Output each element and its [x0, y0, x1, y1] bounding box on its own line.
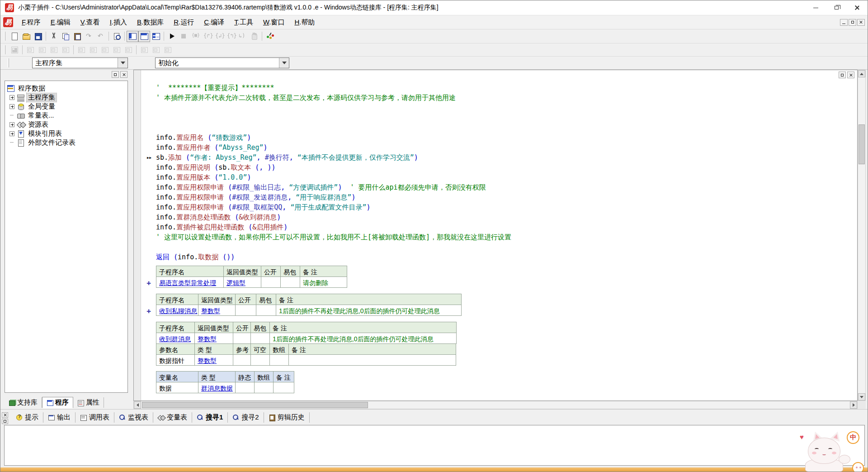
output-tab-7[interactable]: 剪辑历史 — [264, 412, 310, 423]
code-line-text: info.置应用版本 (“1.0.0”) — [156, 172, 251, 182]
new-button[interactable] — [9, 31, 20, 42]
find-button[interactable] — [111, 31, 123, 42]
workspace-tab-1[interactable]: 程序 — [42, 397, 73, 408]
al4-button — [60, 44, 71, 56]
code-segment: #权限_输出日志 — [232, 183, 281, 191]
vertical-scroll-thumb[interactable] — [859, 124, 865, 164]
table-header-cell: 子程序名 — [156, 322, 195, 333]
table-cell[interactable]: 整数型 — [194, 354, 233, 366]
mdi-minimize-button[interactable] — [840, 19, 848, 26]
output-tab-2[interactable]: 调用表 — [75, 412, 114, 423]
chevron-down-icon[interactable] — [118, 58, 127, 68]
minimize-button[interactable] — [805, 0, 826, 15]
scroll-left-button[interactable] — [134, 401, 141, 409]
run-button[interactable] — [166, 31, 178, 42]
layout1-button[interactable] — [127, 31, 138, 42]
line-margin — [142, 162, 156, 172]
restore-button[interactable] — [826, 0, 847, 15]
scroll-up-button[interactable] — [858, 70, 865, 77]
tree-item-1[interactable]: 全局变量 — [7, 102, 126, 111]
output-tab-1[interactable]: 输出 — [43, 412, 75, 423]
paste-button[interactable] — [71, 31, 83, 42]
workspace-tab-0[interactable]: 支持库 — [5, 397, 42, 408]
assembly-combobox[interactable]: 主程序集 — [32, 57, 128, 68]
panel-splitter[interactable] — [129, 70, 133, 409]
method-combobox[interactable]: 初始化 — [155, 57, 289, 68]
tree-item-2[interactable]: 常量表... — [7, 111, 126, 120]
tree-root-item[interactable]: 程序数据 — [7, 84, 126, 93]
copy-button[interactable] — [60, 31, 71, 42]
output-panel: 提示输出调用表监视表变量表搜寻1搜寻2剪辑历史 — [0, 409, 868, 467]
code-segment: “用于生成配置文件目录” — [290, 203, 366, 211]
output-tab-3[interactable]: 监视表 — [114, 412, 153, 423]
cut-button[interactable] — [48, 31, 60, 42]
search-results-area[interactable] — [4, 425, 865, 466]
tree-item-5[interactable]: 外部文件记录表 — [7, 138, 126, 147]
fold-plus-icon[interactable]: + — [142, 266, 156, 288]
output-tab-6[interactable]: 搜寻2 — [228, 412, 264, 423]
layout3-button[interactable] — [150, 31, 162, 42]
scroll-right-button[interactable] — [850, 401, 857, 409]
editor-restore-button[interactable] — [839, 72, 846, 78]
menu-item-I[interactable]: I.插入 — [105, 15, 132, 29]
open-button[interactable] — [20, 31, 32, 42]
workspace-tab-2[interactable]: 属性 — [73, 397, 104, 408]
code-line: ▸▸sb.添加 (“作者: Abyss_Reg”, #换行符, “本插件不会提供… — [142, 153, 856, 162]
mdi-close-button[interactable] — [857, 19, 865, 26]
tree-item-0[interactable]: 主程序集 — [7, 93, 126, 102]
output-tab-4[interactable]: 变量表 — [153, 412, 192, 423]
expand-plus-icon[interactable] — [9, 104, 14, 109]
code-editor[interactable]: ' ********【重要提示】********' 本插件开源并不代表允许二次转… — [133, 70, 858, 401]
menu-item-V[interactable]: V.查看 — [75, 15, 105, 29]
expand-plus-icon[interactable] — [9, 95, 14, 100]
run-icon — [168, 32, 176, 40]
close-button[interactable] — [847, 0, 868, 15]
menu-item-H[interactable]: H.帮助 — [289, 15, 320, 29]
table-cell[interactable]: 逻辑型 — [223, 277, 261, 288]
menu-item-W[interactable]: W.窗口 — [258, 15, 290, 29]
editor-vertical-scrollbar[interactable] — [858, 70, 866, 401]
panel-close-button[interactable] — [120, 71, 127, 78]
ime-pet-mini-icon[interactable] — [852, 462, 864, 472]
code-segment: “猜数游戏” — [212, 133, 247, 142]
editor-horizontal-scrollbar[interactable] — [133, 401, 858, 409]
scroll-down-button[interactable] — [858, 393, 865, 400]
horizontal-scroll-thumb[interactable] — [142, 402, 368, 408]
output-tab-0[interactable]: 提示 — [11, 412, 43, 423]
fold-plus-icon[interactable]: + — [142, 294, 156, 316]
table-cell[interactable]: 整数型 — [194, 333, 233, 344]
menu-item-T[interactable]: T.工具 — [229, 15, 258, 29]
dbg1-icon — [191, 32, 199, 40]
menu-item-B[interactable]: B.数据库 — [132, 15, 169, 29]
table-cell[interactable]: 群消息数据 — [198, 382, 236, 393]
table-cell[interactable]: 收到私聊消息 — [156, 305, 198, 316]
menu-item-F[interactable]: F.程序 — [17, 15, 46, 29]
expand-plus-icon[interactable] — [9, 122, 14, 127]
tree-item-4[interactable]: 模块引用表 — [7, 129, 126, 138]
workspace-tab-label: 属性 — [86, 398, 99, 407]
al1-icon — [26, 46, 34, 54]
table-header-cell: 数组 — [269, 343, 289, 355]
panel-restore-button[interactable] — [112, 71, 119, 78]
mdi-restore-button[interactable] — [849, 19, 856, 26]
chevron-down-icon[interactable] — [279, 58, 289, 68]
menu-item-E[interactable]: E.编辑 — [46, 15, 75, 29]
ime-pet[interactable]: ♥ — [799, 427, 855, 472]
output-tab-5[interactable]: 搜寻1 — [192, 412, 228, 423]
save-button[interactable] — [32, 31, 44, 42]
layout2-button[interactable] — [138, 31, 150, 42]
wizard-button[interactable] — [264, 31, 276, 42]
table-cell[interactable]: 易语言类型异常处理 — [156, 277, 224, 288]
output-panel-close-button[interactable] — [2, 412, 8, 418]
ime-language-button[interactable]: 中 — [847, 431, 859, 444]
tree-item-3[interactable]: 资源表 — [7, 120, 126, 129]
table-cell[interactable]: 整数型 — [198, 305, 236, 316]
code-segment: 置群消息处理函数 — [176, 213, 231, 221]
expand-plus-icon[interactable] — [9, 131, 14, 136]
output-panel-dock-button[interactable] — [2, 419, 8, 424]
table-cell[interactable]: 收到群消息 — [156, 333, 195, 344]
menu-item-R[interactable]: R.运行 — [169, 15, 199, 29]
editor-close-button[interactable] — [847, 72, 854, 78]
menu-item-C[interactable]: C.编译 — [199, 15, 229, 29]
code-line: info.置应用版本 (“1.0.0”) — [142, 172, 856, 182]
